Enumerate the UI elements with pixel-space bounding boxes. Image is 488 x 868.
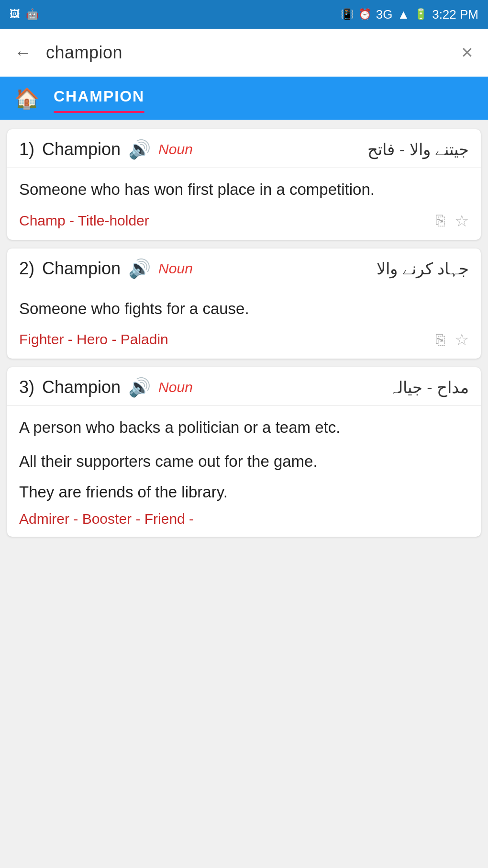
word-tab[interactable]: CHAMPION	[54, 88, 144, 109]
def-actions-2: ⎘ ☆	[436, 330, 469, 349]
def-synonyms-row-2: Fighter - Hero - Paladin ⎘ ☆	[19, 330, 469, 349]
def-number-3: 3)	[19, 377, 34, 397]
def-body-2: Someone who fights for a cause. Fighter …	[7, 287, 481, 359]
status-left-icons: 🖼 🤖	[10, 8, 39, 21]
speaker-button-1[interactable]: 🔊	[128, 139, 151, 160]
tab-bar: 🏠 CHAMPION	[0, 77, 488, 120]
search-bar: ← champion ✕	[0, 29, 488, 77]
def-header-1: 1) Champion 🔊 Noun جیتنے والا - فاتح	[7, 129, 481, 168]
gallery-icon: 🖼	[10, 8, 20, 21]
content-area: 1) Champion 🔊 Noun جیتنے والا - فاتح Som…	[0, 120, 488, 546]
def-number-word-1: 1)	[19, 139, 34, 159]
def-synonyms-2: Fighter - Hero - Paladin	[19, 331, 168, 348]
definition-card-2: 2) Champion 🔊 Noun جہاد کرنے والا Someon…	[7, 248, 481, 359]
def-english-1: Someone who has won first place in a com…	[19, 178, 469, 202]
def-synonyms-1: Champ - Title-holder	[19, 213, 149, 229]
def-header-left-2: 2) Champion 🔊 Noun	[19, 258, 193, 279]
status-bar: 🖼 🤖 📳 ⏰ 3G ▲ 🔋 3:22 PM	[0, 0, 488, 29]
time-label: 3:22 PM	[432, 7, 478, 22]
status-right-info: 📳 ⏰ 3G ▲ 🔋 3:22 PM	[341, 7, 478, 22]
def-word-1: Champion	[42, 139, 121, 159]
alarm-icon: ⏰	[358, 8, 371, 21]
def-english-2: Someone who fights for a cause.	[19, 297, 469, 321]
pos-label-3: Noun	[158, 379, 193, 395]
pos-label-2: Noun	[158, 260, 193, 277]
def-header-3: 3) Champion 🔊 Noun مداح - جیالہ	[7, 367, 481, 406]
def-example1-3: All their supporters came out for the ga…	[19, 449, 469, 474]
speaker-button-2[interactable]: 🔊	[128, 258, 151, 279]
network-label: 3G	[376, 7, 393, 22]
share-button-1[interactable]: ⎘	[436, 212, 445, 229]
back-button[interactable]: ←	[10, 38, 36, 68]
favorite-button-1[interactable]: ☆	[455, 211, 469, 230]
def-word-3: Champion	[42, 377, 121, 397]
def-example2-3: They are friends of the library.	[19, 480, 469, 505]
def-english-3: A person who backs a politician or a tea…	[19, 416, 469, 440]
home-button[interactable]: 🏠	[14, 87, 39, 110]
urdu-text-1: جیتنے والا - فاتح	[367, 140, 469, 159]
battery-icon: 🔋	[414, 8, 427, 21]
urdu-text-3: مداح - جیالہ	[388, 378, 469, 397]
def-actions-1: ⎘ ☆	[436, 211, 469, 230]
clear-button[interactable]: ✕	[456, 39, 478, 67]
def-body-1: Someone who has won first place in a com…	[7, 168, 481, 240]
share-button-2[interactable]: ⎘	[436, 331, 445, 349]
urdu-text-2: جہاد کرنے والا	[377, 259, 469, 278]
def-header-left-3: 3) Champion 🔊 Noun	[19, 377, 193, 398]
def-header-2: 2) Champion 🔊 Noun جہاد کرنے والا	[7, 248, 481, 287]
def-synonyms-row-1: Champ - Title-holder ⎘ ☆	[19, 211, 469, 230]
speaker-button-3[interactable]: 🔊	[128, 377, 151, 398]
definition-card-3: 3) Champion 🔊 Noun مداح - جیالہ A person…	[7, 367, 481, 537]
def-header-left-1: 1) Champion 🔊 Noun	[19, 139, 193, 160]
vibrate-icon: 📳	[341, 8, 354, 21]
def-synonyms-3: Admirer - Booster - Friend -	[19, 511, 469, 527]
search-query[interactable]: champion	[46, 43, 446, 63]
def-body-3: A person who backs a politician or a tea…	[7, 406, 481, 537]
def-word-2: Champion	[42, 259, 121, 279]
android-icon: 🤖	[26, 8, 39, 21]
pos-label-1: Noun	[158, 141, 193, 158]
def-number-2: 2)	[19, 259, 34, 279]
definition-card-1: 1) Champion 🔊 Noun جیتنے والا - فاتح Som…	[7, 129, 481, 240]
signal-icon: ▲	[397, 7, 410, 22]
favorite-button-2[interactable]: ☆	[455, 330, 469, 349]
